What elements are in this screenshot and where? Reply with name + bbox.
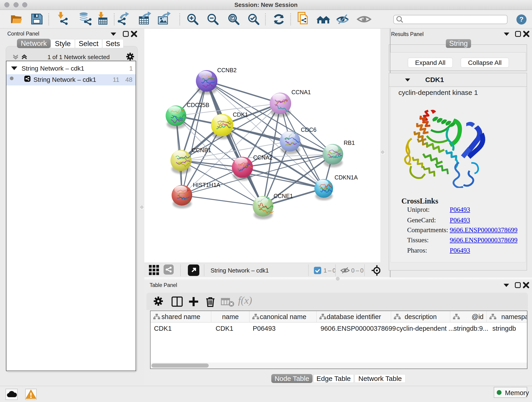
svg-text:HIST1H1A: HIST1H1A bbox=[193, 182, 220, 188]
svg-text:CCNB1: CCNB1 bbox=[192, 147, 211, 153]
svg-text:RB1: RB1 bbox=[344, 140, 355, 146]
svg-text:CCNE1: CCNE1 bbox=[273, 193, 293, 199]
svg-text:CDC25B: CDC25B bbox=[187, 102, 209, 108]
svg-text:?: ? bbox=[519, 15, 524, 23]
svg-text:CDC6: CDC6 bbox=[301, 127, 317, 133]
svg-text:CCNB2: CCNB2 bbox=[217, 67, 237, 73]
svg-text:CCNA1: CCNA1 bbox=[291, 89, 311, 95]
svg-text:CDK1: CDK1 bbox=[233, 111, 248, 118]
svg-text:CDKN1A: CDKN1A bbox=[335, 174, 358, 181]
svg-text:CCNA2: CCNA2 bbox=[253, 154, 273, 161]
